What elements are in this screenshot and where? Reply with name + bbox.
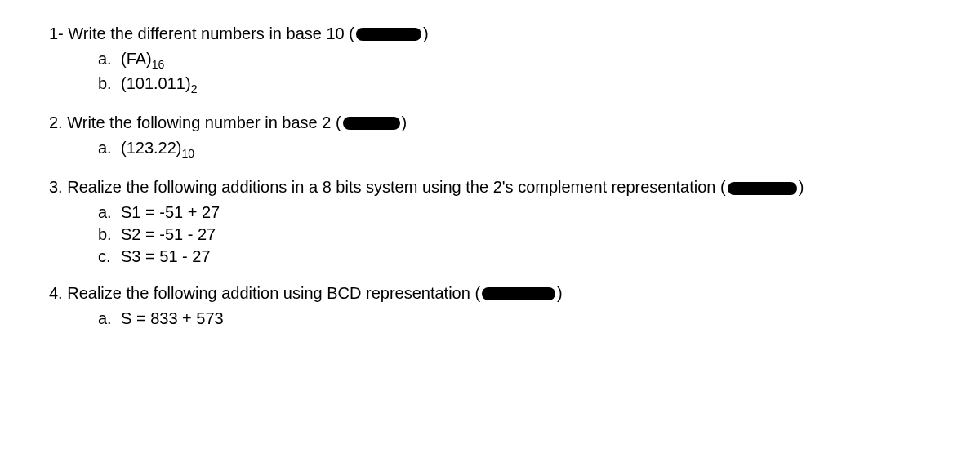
redaction-mark [728,182,797,195]
q4-title-after: ) [557,284,563,303]
q2-title-before: 2. Write the following number in base 2 … [49,113,341,132]
redaction-mark [343,117,400,130]
item-letter: c. [98,247,121,266]
list-item: a. S1 = -51 + 27 [98,203,931,222]
item-letter: a. [98,139,121,160]
question-3-title: 3. Realize the following additions in a … [49,178,931,197]
q3-title-after: ) [799,178,804,196]
question-4-title: 4. Realize the following addition using … [49,284,931,303]
item-text: (101.011) [121,74,191,92]
q3-title-before: 3. Realize the following additions in a … [49,178,726,196]
item-subscript: 2 [191,82,198,95]
question-1-title: 1- Write the different numbers in base 1… [49,24,931,43]
list-item: a. (123.22)10 [98,139,931,160]
item-text: (123.22) [121,139,182,157]
item-content: (101.011)2 [121,74,197,95]
question-2: 2. Write the following number in base 2 … [49,113,931,160]
redaction-mark [356,28,421,41]
item-letter: a. [98,203,121,222]
item-content: (FA)16 [121,50,164,71]
q3-sub-list: a. S1 = -51 + 27 b. S2 = -51 - 27 c. S3 … [49,203,931,266]
q4-title-before: 4. Realize the following addition using … [49,284,480,303]
redaction-mark [482,287,555,300]
list-item: b. S2 = -51 - 27 [98,225,931,244]
list-item: c. S3 = 51 - 27 [98,247,931,266]
item-text: S2 = -51 - 27 [121,225,216,244]
question-3: 3. Realize the following additions in a … [49,178,931,266]
item-text: (FA) [121,50,152,68]
q4-sub-list: a. S = 833 + 573 [49,309,931,328]
q2-title-after: ) [402,113,408,132]
q2-sub-list: a. (123.22)10 [49,139,931,160]
item-subscript: 10 [182,147,195,160]
item-subscript: 16 [152,58,165,71]
list-item: b. (101.011)2 [98,74,931,95]
q1-title-after: ) [423,24,429,43]
item-letter: a. [98,50,121,71]
item-letter: b. [98,225,121,244]
item-letter: b. [98,74,121,95]
item-content: (123.22)10 [121,139,194,160]
item-letter: a. [98,309,121,328]
question-2-title: 2. Write the following number in base 2 … [49,113,931,132]
q1-title-before: 1- Write the different numbers in base 1… [49,24,354,43]
list-item: a. S = 833 + 573 [98,309,931,328]
item-text: S3 = 51 - 27 [121,247,211,266]
question-1: 1- Write the different numbers in base 1… [49,24,931,95]
item-text: S = 833 + 573 [121,309,224,328]
question-4: 4. Realize the following addition using … [49,284,931,328]
q1-sub-list: a. (FA)16 b. (101.011)2 [49,50,931,95]
item-text: S1 = -51 + 27 [121,203,220,222]
list-item: a. (FA)16 [98,50,931,71]
